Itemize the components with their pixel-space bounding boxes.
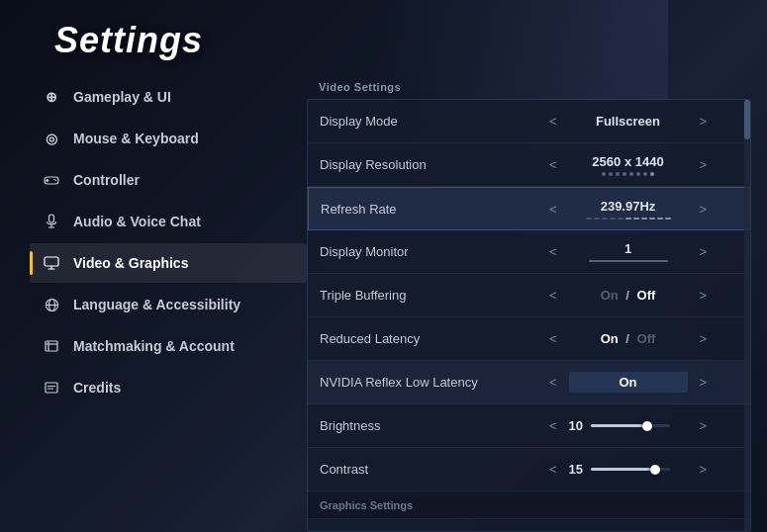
svg-rect-2 bbox=[46, 180, 48, 182]
value-nvidia-reflex: On bbox=[569, 372, 688, 393]
triple-on-val: On bbox=[601, 288, 619, 303]
sidebar-item-audio[interactable]: Audio & Voice Chat bbox=[30, 202, 307, 241]
control-contrast: < 15 > bbox=[518, 458, 738, 481]
label-triple-buffering: Triple Buffering bbox=[320, 288, 518, 303]
triple-off-val: Off bbox=[637, 288, 656, 303]
sidebar-item-credits[interactable]: Credits bbox=[30, 368, 307, 407]
dot-active bbox=[650, 172, 654, 176]
label-contrast: Contrast bbox=[320, 462, 518, 477]
chevron-left-latency[interactable]: < bbox=[545, 327, 561, 350]
sidebar-item-gameplay-ui[interactable]: ⊕ Gameplay & UI bbox=[30, 77, 307, 117]
dot bbox=[636, 172, 640, 176]
control-reduced-latency: < On / Off > bbox=[518, 327, 738, 350]
svg-rect-5 bbox=[49, 215, 54, 222]
value-contrast: 15 bbox=[569, 462, 688, 477]
refresh-dashes bbox=[586, 218, 671, 220]
row-display-monitor: Display Monitor < 1 > bbox=[308, 230, 750, 274]
value-reduced-latency: On / Off bbox=[569, 331, 688, 346]
brightness-slider-fill bbox=[591, 424, 642, 427]
row-refresh-rate: Refresh Rate < 239.97Hz bbox=[308, 187, 750, 230]
settings-table: Display Mode < Fullscreen > Display Reso… bbox=[307, 99, 751, 532]
chevron-right-triple[interactable]: > bbox=[696, 284, 712, 307]
row-display-mode: Display Mode < Fullscreen > bbox=[308, 100, 750, 143]
scrollbar-thumb[interactable] bbox=[744, 100, 750, 139]
scrollbar[interactable] bbox=[744, 100, 750, 531]
value-refresh-rate: 239.97Hz bbox=[569, 199, 688, 220]
sidebar-label-gameplay-ui: Gameplay & UI bbox=[73, 89, 171, 105]
brightness-slider-thumb bbox=[642, 421, 652, 431]
page-title: Settings bbox=[0, 20, 767, 77]
controller-icon bbox=[42, 170, 61, 190]
sidebar-label-video-graphics: Video & Graphics bbox=[73, 255, 188, 271]
chevron-right-resolution[interactable]: > bbox=[696, 153, 712, 176]
matchmaking-icon bbox=[42, 336, 61, 356]
sidebar-item-mouse-keyboard[interactable]: ◎ Mouse & Keyboard bbox=[30, 119, 307, 158]
graphics-settings-label: Graphics Settings bbox=[320, 499, 518, 511]
label-refresh-rate: Refresh Rate bbox=[321, 202, 519, 217]
chevron-left-triple[interactable]: < bbox=[545, 284, 561, 307]
contrast-slider-thumb bbox=[650, 465, 660, 475]
control-triple-buffering: < On / Off > bbox=[518, 284, 738, 307]
chevron-left-refresh[interactable]: < bbox=[545, 198, 561, 221]
value-display-monitor: 1 bbox=[569, 241, 688, 262]
sidebar-label-credits: Credits bbox=[73, 380, 121, 396]
chevron-left-resolution[interactable]: < bbox=[545, 153, 561, 176]
row-reduced-latency: Reduced Latency < On / Off > bbox=[308, 317, 750, 361]
control-refresh-rate: < 239.97Hz bbox=[519, 198, 737, 221]
value-triple-buffering: On / Off bbox=[569, 288, 688, 303]
dot bbox=[643, 172, 647, 176]
sidebar-label-controller: Controller bbox=[73, 172, 140, 188]
control-display-resolution: < 2560 x 1440 bbox=[518, 153, 738, 176]
contrast-slider-fill bbox=[591, 468, 650, 471]
sidebar-item-matchmaking[interactable]: Matchmaking & Account bbox=[30, 326, 307, 366]
latency-off-val: Off bbox=[637, 331, 656, 346]
label-display-monitor: Display Monitor bbox=[320, 244, 518, 259]
sidebar: ⊕ Gameplay & UI ◎ Mouse & Keyboard bbox=[0, 77, 307, 532]
label-brightness: Brightness bbox=[320, 418, 518, 433]
sidebar-label-language: Language & Accessibility bbox=[73, 297, 240, 312]
chevron-right-refresh[interactable]: > bbox=[696, 198, 712, 221]
monitor-icon bbox=[42, 253, 61, 273]
label-display-mode: Display Mode bbox=[320, 114, 518, 129]
chevron-right-monitor[interactable]: > bbox=[696, 240, 712, 263]
value-resolution: 2560 x 1440 bbox=[569, 154, 688, 176]
chevron-right-latency[interactable]: > bbox=[696, 327, 712, 350]
dot bbox=[629, 172, 633, 176]
dot bbox=[616, 172, 620, 176]
sidebar-item-controller[interactable]: Controller bbox=[30, 160, 307, 200]
control-display-monitor: < 1 > bbox=[518, 240, 738, 263]
chevron-right-nvidia[interactable]: > bbox=[696, 371, 712, 394]
chevron-left-contrast[interactable]: < bbox=[545, 458, 561, 481]
chevron-left-monitor[interactable]: < bbox=[545, 240, 561, 263]
control-brightness: < 10 > bbox=[518, 414, 738, 437]
mic-icon bbox=[42, 212, 61, 231]
svg-point-4 bbox=[55, 180, 57, 182]
mouse-icon: ◎ bbox=[42, 129, 61, 148]
row-nvidia-reflex: NVIDIA Reflex Low Latency < On > bbox=[308, 361, 750, 404]
chevron-right-display-mode[interactable]: > bbox=[696, 110, 712, 133]
gameplay-icon: ⊕ bbox=[42, 87, 61, 107]
control-nvidia-reflex: < On > bbox=[518, 371, 738, 394]
monitor-indicator-line bbox=[589, 260, 668, 262]
row-display-resolution: Display Resolution < 2560 x 1440 bbox=[308, 143, 750, 187]
label-nvidia-reflex: NVIDIA Reflex Low Latency bbox=[320, 375, 518, 390]
globe-icon bbox=[42, 295, 61, 314]
sidebar-item-language[interactable]: Language & Accessibility bbox=[30, 285, 307, 324]
svg-rect-14 bbox=[46, 341, 57, 351]
chevron-left-nvidia[interactable]: < bbox=[545, 371, 561, 394]
contrast-slider-track[interactable] bbox=[591, 468, 670, 471]
sidebar-item-video-graphics[interactable]: Video & Graphics bbox=[30, 243, 307, 283]
content-panel: Video Settings Display Mode < Fullscreen… bbox=[307, 77, 751, 532]
sidebar-label-matchmaking: Matchmaking & Account bbox=[73, 338, 235, 354]
row-graphics-settings-header: Graphics Settings bbox=[308, 491, 750, 519]
chevron-left-brightness[interactable]: < bbox=[545, 414, 561, 437]
chevron-left-display-mode[interactable]: < bbox=[545, 110, 561, 133]
chevron-right-brightness[interactable]: > bbox=[696, 414, 712, 437]
svg-rect-8 bbox=[45, 257, 58, 266]
value-display-mode: Fullscreen bbox=[569, 114, 688, 129]
brightness-slider-track[interactable] bbox=[591, 424, 670, 427]
chevron-right-contrast[interactable]: > bbox=[696, 458, 712, 481]
video-settings-section-label: Video Settings bbox=[307, 77, 751, 99]
value-brightness: 10 bbox=[569, 418, 688, 433]
dot bbox=[602, 172, 606, 176]
